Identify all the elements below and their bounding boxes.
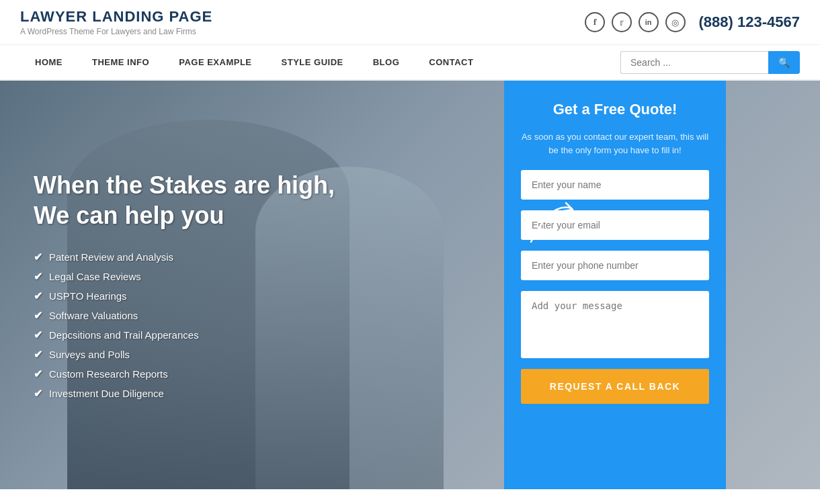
list-item: ✔Depcsitions and Trail Apperances: [34, 329, 477, 341]
linkedin-icon[interactable]: in: [639, 12, 659, 32]
header-right: 𝐟 𝕣 in ◎ (888) 123-4567: [585, 12, 800, 32]
list-item-label: Software Valuations: [49, 310, 138, 321]
social-icons: 𝐟 𝕣 in ◎: [585, 12, 686, 32]
check-icon: ✔: [34, 290, 42, 302]
search-input[interactable]: [620, 51, 768, 74]
nav-theme-info[interactable]: THEME INFO: [77, 45, 164, 79]
check-icon: ✔: [34, 251, 42, 263]
submit-button[interactable]: REQUEST A CALL BACK: [521, 369, 709, 404]
list-item-label: Surveys and Polls: [49, 349, 130, 360]
list-item: ✔Custom Research Reports: [34, 368, 477, 380]
navbar: HOME THEME INFO PAGE EXAMPLE STYLE GUIDE…: [0, 45, 820, 81]
name-input[interactable]: [521, 170, 709, 200]
check-icon: ✔: [34, 348, 42, 361]
nav-contact[interactable]: CONTACT: [414, 45, 488, 79]
list-item-label: Patent Review and Analysis: [49, 251, 173, 263]
hero-section: When the Stakes are high,We can help you…: [0, 81, 820, 489]
logo-title: LAWYER LANDING PAGE: [20, 8, 212, 26]
form-subtitle: As soon as you contact our expert team, …: [521, 130, 709, 157]
check-icon: ✔: [34, 270, 42, 283]
email-input[interactable]: [521, 210, 709, 240]
nav-home[interactable]: HOME: [20, 45, 77, 79]
logo-subtitle: A WordPress Theme For Lawyers and Law Fi…: [20, 27, 212, 36]
hero-headline: When the Stakes are high,We can help you: [34, 170, 477, 230]
search-button[interactable]: 🔍: [768, 51, 800, 74]
list-item-label: USPTO Hearings: [49, 290, 127, 302]
phone-input[interactable]: [521, 251, 709, 280]
phone-number: (888) 123-4567: [699, 13, 800, 31]
facebook-icon[interactable]: 𝐟: [585, 12, 605, 32]
twitter-icon[interactable]: 𝕣: [612, 12, 632, 32]
list-item: ✔Investment Due Diligence: [34, 387, 477, 400]
form-title: Get a Free Quote!: [521, 101, 709, 118]
nav-style-guide[interactable]: STYLE GUIDE: [267, 45, 358, 79]
list-item-label: Depcsitions and Trail Apperances: [49, 329, 199, 341]
check-icon: ✔: [34, 387, 42, 400]
check-icon: ✔: [34, 368, 42, 380]
list-item: ✔USPTO Hearings: [34, 290, 477, 302]
list-item-label: Custom Research Reports: [49, 368, 168, 380]
list-item-label: Investment Due Diligence: [49, 388, 164, 399]
check-icon: ✔: [34, 309, 42, 322]
list-item-label: Legal Case Reviews: [49, 271, 141, 282]
nav-page-example[interactable]: PAGE EXAMPLE: [164, 45, 266, 79]
search-bar: 🔍: [620, 51, 800, 74]
nav-blog[interactable]: BLOG: [358, 45, 415, 79]
list-item: ✔Surveys and Polls: [34, 348, 477, 361]
hero-checklist: ✔Patent Review and Analysis ✔Legal Case …: [34, 251, 477, 400]
instagram-icon[interactable]: ◎: [665, 12, 686, 32]
list-item: ✔Software Valuations: [34, 309, 477, 322]
nav-links: HOME THEME INFO PAGE EXAMPLE STYLE GUIDE…: [20, 45, 488, 79]
form-panel: Get a Free Quote! As soon as you contact…: [504, 81, 726, 489]
header-top: LAWYER LANDING PAGE A WordPress Theme Fo…: [0, 0, 820, 45]
check-icon: ✔: [34, 329, 42, 341]
logo-area: LAWYER LANDING PAGE A WordPress Theme Fo…: [20, 8, 212, 36]
list-item: ✔Legal Case Reviews: [34, 270, 477, 283]
message-textarea[interactable]: [521, 291, 709, 358]
list-item: ✔Patent Review and Analysis: [34, 251, 477, 263]
hero-content: When the Stakes are high,We can help you…: [0, 81, 504, 489]
